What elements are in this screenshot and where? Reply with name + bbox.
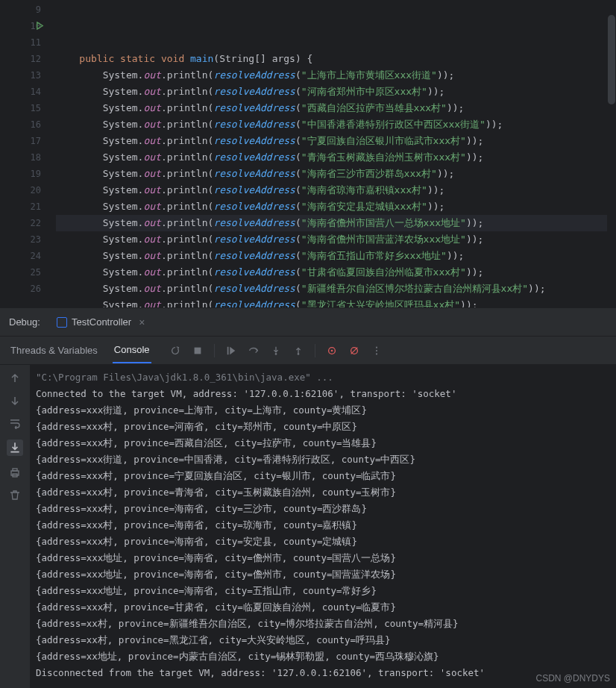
editor-scrollbar[interactable] xyxy=(607,0,616,307)
run-gutter-icon[interactable] xyxy=(36,19,44,35)
console-gutter xyxy=(0,365,30,688)
code-line[interactable]: System.out.println(resolveAddress("黑龙江省大… xyxy=(56,297,616,307)
code-line[interactable]: System.out.println(resolveAddress("海南省儋州… xyxy=(56,215,616,231)
code-line[interactable]: System.out.println(resolveAddress("西藏自治区… xyxy=(56,100,616,116)
tab-threads-variables[interactable]: Threads & Variables xyxy=(9,338,99,363)
svg-point-5 xyxy=(330,349,333,351)
code-line[interactable]: System.out.println(resolveAddress("海南省安定… xyxy=(56,198,616,215)
code-line[interactable]: System.out.println(resolveAddress("新疆维吾尔… xyxy=(56,281,616,297)
svg-point-10 xyxy=(375,353,377,354)
svg-point-8 xyxy=(375,346,377,348)
code-line[interactable]: System.out.println(resolveAddress("海南省儋州… xyxy=(56,231,616,248)
debug-header: Debug: TestController × xyxy=(0,308,616,337)
debug-config-tab[interactable]: TestController × xyxy=(54,310,148,334)
code-line[interactable]: System.out.println(resolveAddress("海南省五指… xyxy=(56,248,616,264)
step-into-icon[interactable] xyxy=(270,345,282,357)
code-line[interactable]: System.out.println(resolveAddress("上海市上海… xyxy=(56,67,616,84)
gutter: 91011121314151617181920212223242526 xyxy=(0,0,56,307)
code-line[interactable]: System.out.println(resolveAddress("河南省郑州… xyxy=(56,84,616,100)
debug-label: Debug: xyxy=(9,316,40,328)
scroll-up-icon[interactable] xyxy=(9,372,21,384)
view-breakpoints-icon[interactable] xyxy=(326,345,338,357)
print-icon[interactable] xyxy=(9,466,21,478)
code-line[interactable]: System.out.println(resolveAddress("海南省琼海… xyxy=(56,182,616,198)
scroll-to-end-icon[interactable] xyxy=(7,440,23,456)
svg-point-9 xyxy=(375,349,377,351)
code-line[interactable]: System.out.println(resolveAddress("海南省三沙… xyxy=(56,166,616,182)
watermark: CSDN @DNYDYS xyxy=(535,673,610,684)
stop-icon[interactable] xyxy=(192,345,204,357)
tab-console[interactable]: Console xyxy=(113,337,151,363)
code-line[interactable]: System.out.println(resolveAddress("青海省玉树… xyxy=(56,149,616,166)
code-line[interactable]: System.out.println(resolveAddress("甘肃省临夏… xyxy=(56,264,616,281)
mute-breakpoints-icon[interactable] xyxy=(348,345,360,357)
console-output[interactable]: "C:\Program Files\Java\jdk1.8.0_361\bin\… xyxy=(30,365,616,688)
svg-rect-1 xyxy=(227,346,228,354)
soft-wrap-icon[interactable] xyxy=(9,417,21,429)
debug-toolbar: Threads & Variables Console xyxy=(0,337,616,365)
debug-panel: Debug: TestController × Threads & Variab… xyxy=(0,307,616,688)
clear-icon[interactable] xyxy=(9,489,21,501)
more-icon[interactable] xyxy=(371,345,383,357)
rerun-icon[interactable] xyxy=(169,345,181,357)
svg-rect-12 xyxy=(13,469,17,471)
code-content[interactable]: public static void main(String[] args) {… xyxy=(56,0,616,307)
svg-point-2 xyxy=(274,353,277,355)
scrollbar-thumb[interactable] xyxy=(608,15,615,104)
resume-icon[interactable] xyxy=(225,345,237,357)
console-body: "C:\Program Files\Java\jdk1.8.0_361\bin\… xyxy=(0,365,616,688)
code-editor[interactable]: 91011121314151617181920212223242526 publ… xyxy=(0,0,616,307)
step-out-icon[interactable] xyxy=(292,345,304,357)
scroll-down-icon[interactable] xyxy=(9,395,21,407)
step-over-icon[interactable] xyxy=(248,345,260,357)
application-icon xyxy=(57,317,67,328)
code-line[interactable]: System.out.println(resolveAddress("中国香港香… xyxy=(56,116,616,133)
code-line[interactable]: System.out.println(resolveAddress("宁夏回族自… xyxy=(56,133,616,149)
svg-rect-0 xyxy=(194,347,201,354)
close-icon[interactable]: × xyxy=(139,316,145,328)
svg-point-3 xyxy=(297,353,299,355)
debug-tab-name: TestController xyxy=(72,316,131,328)
